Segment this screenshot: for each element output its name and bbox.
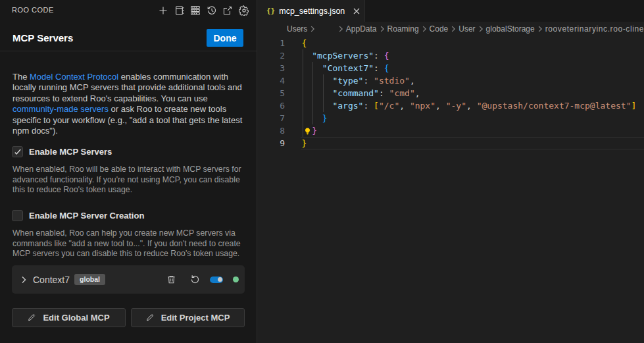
code-text: "type": "stdio", <box>302 74 415 87</box>
edit-project-mcp-label: Edit Project MCP <box>161 313 230 323</box>
header-divider <box>0 51 257 51</box>
breadcrumb-item[interactable]: Code <box>430 24 449 34</box>
toggle-knob <box>218 277 222 282</box>
roo-code-panel: ROO CODE MCP Servers Done The Model Cont… <box>0 0 257 343</box>
chevron-right-icon[interactable] <box>18 275 29 285</box>
trash-icon[interactable] <box>166 275 176 284</box>
enable-mcp-server-creation-row: Enable MCP Server Creation <box>12 210 144 221</box>
enable-mcp-servers-label: Enable MCP Servers <box>29 147 112 157</box>
line-number: 7 <box>257 112 285 124</box>
panel-toolbar <box>158 5 249 16</box>
breadcrumb-item[interactable]: AppData <box>346 24 377 34</box>
json-braces-icon: {} <box>266 7 275 15</box>
tab-bar: {} mcp_settings.json <box>257 0 644 22</box>
edit-global-mcp-label: Edit Global MCP <box>43 313 109 323</box>
chevron-right-icon <box>420 24 429 34</box>
chevron-right-icon <box>476 24 485 34</box>
server-name: Context7 <box>33 275 70 285</box>
code-text: "mcpServers": { <box>302 49 389 62</box>
chevron-right-icon <box>378 24 387 34</box>
code-line-5[interactable]: 5 "command": "cmd", <box>257 87 644 99</box>
notebook-icon[interactable] <box>174 5 185 16</box>
plus-icon[interactable] <box>158 5 168 16</box>
indent-guide <box>323 74 324 112</box>
chevron-right-icon <box>308 24 317 34</box>
code-editor[interactable]: 1{2 "mcpServers": {3 "Context7": {4 "typ… <box>257 37 644 149</box>
code-line-6[interactable]: 6 "args": ["/c", "npx", "-y", "@upstash/… <box>257 99 644 112</box>
server-enabled-toggle[interactable] <box>210 277 223 283</box>
chevron-right-icon <box>535 24 545 34</box>
chevron-right-icon <box>449 24 458 34</box>
enable-mcp-servers-row: Enable MCP Servers <box>12 146 112 157</box>
code-line-9[interactable]: 9} <box>257 137 644 149</box>
close-icon[interactable] <box>351 6 362 16</box>
tab-mcp-settings[interactable]: {} mcp_settings.json <box>257 0 365 22</box>
breadcrumb-item[interactable]: Roaming <box>387 24 419 34</box>
code-text: } <box>302 124 317 137</box>
server-status-dot <box>233 277 239 282</box>
server-icon[interactable] <box>190 5 201 16</box>
enable-mcp-servers-description: When enabled, Roo will be able to intera… <box>12 165 247 196</box>
history-icon[interactable] <box>207 5 217 16</box>
code-text: } <box>302 112 328 124</box>
pencil-icon <box>146 313 155 322</box>
indent-guide <box>312 62 313 124</box>
edit-mcp-buttons: Edit Global MCP Edit Project MCP <box>12 308 245 327</box>
breadcrumb-item[interactable]: Users <box>287 24 307 34</box>
intro-paragraph: The Model Context Protocol enables commu… <box>12 72 246 136</box>
code-text: { <box>302 37 307 49</box>
breadcrumb[interactable]: UsersAppDataRoamingCodeUserglobalStorage… <box>257 22 644 36</box>
mcp-server-card[interactable]: Context7 global <box>12 265 245 294</box>
editor-group: {} mcp_settings.json UsersAppDataRoaming… <box>257 0 644 343</box>
code-text: "args": ["/c", "npx", "-y", "@upstash/co… <box>302 99 637 112</box>
edit-global-mcp-button[interactable]: Edit Global MCP <box>12 308 126 327</box>
done-button[interactable]: Done <box>207 29 243 47</box>
chevron-right-icon <box>336 24 345 34</box>
edit-project-mcp-button[interactable]: Edit Project MCP <box>131 308 245 327</box>
enable-mcp-server-creation-description: When enabled, Roo can help you create ne… <box>12 228 247 259</box>
pencil-icon <box>28 313 36 322</box>
enable-mcp-server-creation-checkbox[interactable] <box>12 210 23 221</box>
intro-text: The <box>12 72 30 82</box>
enable-mcp-servers-checkbox[interactable] <box>12 146 23 157</box>
panel-title: ROO CODE <box>12 6 54 14</box>
code-line-8[interactable]: 8 } <box>257 124 644 137</box>
code-text: "Context7": { <box>302 62 389 74</box>
refresh-icon[interactable] <box>190 275 200 284</box>
breadcrumb-item[interactable]: rooveterinaryinc.roo-cline <box>545 24 644 34</box>
line-number: 5 <box>257 87 285 99</box>
code-line-1[interactable]: 1{ <box>257 37 644 49</box>
indent-guide <box>303 49 303 137</box>
current-line-highlight <box>301 137 644 149</box>
breadcrumb-item[interactable]: User <box>458 24 475 34</box>
breadcrumb-item[interactable]: globalStorage <box>486 24 535 34</box>
line-number: 4 <box>257 74 285 87</box>
line-number: 6 <box>257 99 285 112</box>
gear-icon[interactable] <box>239 5 249 16</box>
code-line-2[interactable]: 2 "mcpServers": { <box>257 49 644 62</box>
page-title: MCP Servers <box>12 32 73 43</box>
code-line-4[interactable]: 4 "type": "stdio", <box>257 74 644 87</box>
line-number: 2 <box>257 49 285 62</box>
line-number: 9 <box>257 137 285 149</box>
server-scope-badge: global <box>74 274 105 285</box>
enable-mcp-server-creation-label: Enable MCP Server Creation <box>29 211 144 221</box>
line-number: 3 <box>257 62 285 74</box>
code-text: "command": "cmd", <box>302 87 420 99</box>
tab-filename: mcp_settings.json <box>279 7 345 16</box>
model-context-protocol-link[interactable]: Model Context Protocol <box>30 72 118 82</box>
community-made-servers-link[interactable]: community-made servers <box>12 104 109 114</box>
code-text: } <box>302 137 307 149</box>
code-line-7[interactable]: 7 } <box>257 112 644 124</box>
code-line-3[interactable]: 3 "Context7": { <box>257 62 644 74</box>
link-external-icon[interactable] <box>222 5 233 16</box>
line-number: 8 <box>257 124 285 137</box>
line-number: 1 <box>257 37 285 49</box>
